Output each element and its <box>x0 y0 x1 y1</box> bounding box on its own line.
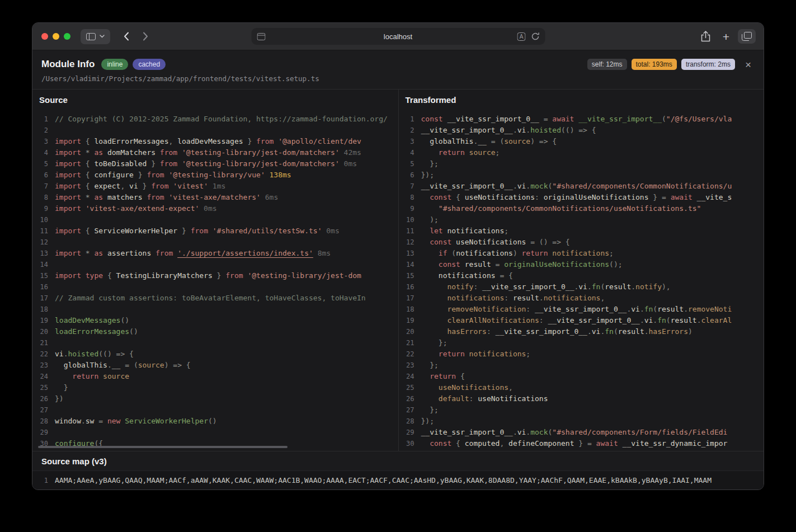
code-token: ) => { <box>530 137 557 145</box>
transformed-code-view[interactable]: 1const __vite_ssr_import_0__ = await __v… <box>399 110 764 451</box>
new-tab-button[interactable]: + <box>719 28 733 45</box>
code-token: useNotifications <box>439 383 508 392</box>
code-text: removeNotification: __vite_ssr_import_0_… <box>415 304 732 315</box>
line-number: 30 <box>399 438 415 449</box>
code-token: vi <box>631 305 640 313</box>
code-text <box>48 427 55 438</box>
share-button[interactable] <box>697 28 714 45</box>
code-token: from <box>147 193 164 201</box>
code-token: fn <box>657 316 666 324</box>
code-token: , <box>508 383 513 392</box>
code-token: if <box>439 249 448 257</box>
line-number: 10 <box>399 214 415 225</box>
code-token: __vite_s <box>693 193 732 201</box>
code-text: }; <box>415 158 439 170</box>
line-number: 12 <box>399 237 415 248</box>
code-token: 'vitest' <box>173 182 208 190</box>
code-token: 6ms <box>261 193 278 201</box>
close-window-button[interactable] <box>41 33 48 40</box>
sidebar-toggle-button[interactable] <box>81 29 110 44</box>
code-text: import { configure } from '@testing-libr… <box>48 170 291 181</box>
line-number: 16 <box>32 281 48 293</box>
code-token: computed <box>465 439 500 448</box>
code-text: let notifications; <box>415 225 509 237</box>
code-token: clearAllNotifications <box>447 316 539 324</box>
close-panel-button[interactable]: × <box>744 59 752 70</box>
code-line: 23 globalThis.__ = (source) => { <box>32 360 398 371</box>
tab-overview-button[interactable] <box>738 29 756 44</box>
code-token: }; <box>421 159 439 168</box>
code-token: type <box>86 271 103 280</box>
code-token: __vite_ssr_import_0__ <box>548 316 640 324</box>
translate-icon[interactable]: A <box>517 32 525 41</box>
code-token: notify <box>447 283 473 291</box>
code-token: result <box>671 316 697 324</box>
code-token: loadErrorMessages <box>55 327 129 336</box>
code-token: }; <box>421 338 448 347</box>
address-text: localhost <box>251 32 545 41</box>
code-token: assertions <box>103 249 156 257</box>
code-token: import <box>55 171 81 179</box>
inline-badge: inline <box>101 59 128 70</box>
zoom-window-button[interactable] <box>64 33 70 40</box>
code-token: . <box>644 327 649 336</box>
code-token: . <box>526 428 530 436</box>
code-text: // Copyright (C) 2012-2025 Zammad Founda… <box>48 114 388 125</box>
code-token: = <box>94 417 107 425</box>
code-text: // Zammad custom assertions: toBeAvatarE… <box>48 293 366 304</box>
code-token: expect <box>94 182 120 190</box>
code-text: default: useNotifications <box>415 393 548 404</box>
code-token: const <box>421 115 443 123</box>
code-token: } <box>213 271 225 280</box>
minimize-window-button[interactable] <box>53 33 59 40</box>
code-token <box>421 238 430 246</box>
code-token: __vite_ssr_import_0__ <box>421 182 513 190</box>
code-token: . <box>587 283 592 291</box>
code-token: ServiceWorkerHelper <box>125 417 208 425</box>
code-token: } = <box>649 193 671 201</box>
code-line: 27 <box>32 404 398 416</box>
code-token: hasErrors <box>447 327 486 336</box>
code-text: globalThis.__ = (source) => { <box>48 360 191 371</box>
code-text: notifications = { <box>415 270 513 281</box>
code-line: 1AAMA;AAeA,yBAAG,QAAQ,MAAM;AACf,aAAW,KAA… <box>32 475 764 486</box>
file-link[interactable]: './support/assertions/index.ts' <box>177 249 313 257</box>
code-token: return <box>72 372 98 380</box>
code-token: source <box>138 361 164 369</box>
code-token <box>421 148 439 157</box>
code-token: notifications <box>447 294 504 302</box>
line-number: 7 <box>32 181 48 192</box>
code-line: 2 <box>32 125 398 136</box>
horizontal-scrollbar[interactable] <box>38 446 288 448</box>
line-number: 11 <box>399 225 415 237</box>
reload-icon[interactable] <box>531 32 539 41</box>
code-token: "#shared/components/Form/fields/FieldEdi <box>552 428 727 436</box>
line-number: 6 <box>32 170 48 181</box>
code-token <box>465 148 469 157</box>
code-token <box>208 227 213 235</box>
code-token: result <box>657 305 684 313</box>
line-number: 24 <box>32 371 48 382</box>
source-code-view[interactable]: 1// Copyright (C) 2012-2025 Zammad Found… <box>32 110 398 451</box>
forward-button[interactable] <box>142 31 149 42</box>
code-token: __ <box>478 137 487 145</box>
code-text: }; <box>415 337 448 349</box>
code-line: 12 <box>32 237 398 248</box>
code-text: useNotifications, <box>415 382 513 393</box>
back-button[interactable] <box>123 31 130 42</box>
line-number: 11 <box>32 225 48 237</box>
code-line: 24 return { <box>399 371 764 382</box>
code-token: () <box>120 316 129 324</box>
address-bar[interactable]: localhost A <box>251 28 545 45</box>
line-number: 20 <box>399 326 415 337</box>
code-token <box>421 227 430 235</box>
code-text <box>48 125 55 136</box>
line-number: 3 <box>399 136 415 147</box>
sourcemap-code-view[interactable]: 1AAMA;AAeA,yBAAG,QAAQ,MAAM;AACf,aAAW,KAA… <box>32 475 764 486</box>
code-token: vi <box>517 182 526 190</box>
code-token: import <box>55 204 81 213</box>
code-token <box>421 383 439 392</box>
code-line: 7import { expect, vi } from 'vitest' 1ms <box>32 181 398 192</box>
code-token <box>421 439 430 448</box>
code-text: notifications: result.notifications, <box>415 293 605 304</box>
